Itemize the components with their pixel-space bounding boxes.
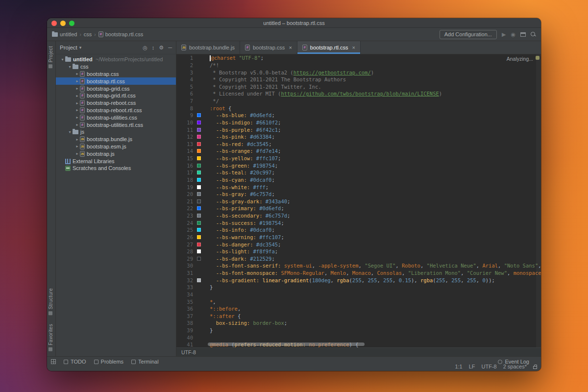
tree-item[interactable]: ▸bootstrap-grid.css — [56, 85, 176, 92]
tree-chevron-icon[interactable]: ▸ — [74, 72, 80, 76]
code-line[interactable]: 27 --bs-danger: #dc3545; — [176, 241, 541, 248]
code-line[interactable]: 38 box-sizing: border-box; — [176, 319, 541, 327]
code-line[interactable]: 9 --bs-blue: #0d6efd; — [176, 112, 541, 119]
code-line[interactable]: 14 --bs-orange: #fd7e14; — [176, 147, 541, 155]
color-swatch-icon[interactable] — [197, 171, 201, 174]
vertical-scrollbar[interactable] — [536, 54, 541, 347]
color-swatch-icon[interactable] — [197, 142, 201, 146]
tree-chevron-icon[interactable]: ▾ — [67, 130, 73, 134]
tree-chevron-icon[interactable]: ▸ — [74, 144, 80, 148]
tree-chevron-icon[interactable]: ▸ — [74, 122, 80, 127]
tree-item[interactable]: ▾css — [56, 63, 176, 71]
close-icon[interactable]: × — [352, 45, 355, 50]
color-swatch-icon[interactable] — [197, 278, 201, 282]
window-titlebar[interactable]: untitled – bootstrap.rtl.css — [47, 18, 541, 28]
code-line[interactable]: 23 --bs-secondary: #6c757d; — [176, 212, 541, 220]
tree-chevron-icon[interactable]: ▸ — [74, 108, 80, 112]
code-line[interactable]: 11 --bs-purple: #6f42c1; — [176, 126, 541, 133]
layout-icon[interactable] — [520, 32, 526, 37]
tree-item[interactable]: ▸bootstrap-grid.rtl.css — [56, 92, 176, 99]
lock-icon[interactable] — [533, 366, 537, 369]
tree-item[interactable]: ▸bootstrap.esm.js — [56, 143, 176, 150]
code-line[interactable]: 22 --bs-primary: #0d6efd; — [176, 205, 541, 212]
tree-item[interactable]: ▾untitled~/WebstormProjects/untitled — [56, 56, 176, 63]
tree-chevron-icon[interactable]: ▸ — [74, 137, 80, 142]
code-line[interactable]: 12 --bs-pink: #d63384; — [176, 133, 541, 141]
tree-chevron-icon[interactable]: ▸ — [74, 115, 80, 120]
close-icon[interactable]: × — [289, 45, 292, 50]
code-line[interactable]: 36*::before, — [176, 305, 541, 313]
code-editor[interactable]: 1@charset "UTF-8";2/*!3 * Bootstrap v5.0… — [176, 54, 541, 347]
expand-collapse-icon[interactable]: ↕ — [152, 45, 155, 51]
color-swatch-icon[interactable] — [197, 135, 201, 139]
tree-item[interactable]: ▸bootstrap.bundle.js — [56, 136, 176, 143]
code-line[interactable]: 1@charset "UTF-8"; — [176, 54, 541, 62]
editor-breadcrumb-item[interactable]: UTF-8 — [181, 349, 196, 355]
code-line[interactable]: 34 — [176, 291, 541, 298]
statusbar-item-terminal[interactable]: Terminal — [131, 359, 159, 365]
code-line[interactable]: 3 * Bootstrap v5.0.0-beta2 (https://getb… — [176, 69, 541, 76]
editor-tab[interactable]: bootstrap.css× — [240, 41, 297, 54]
color-swatch-icon[interactable] — [197, 199, 201, 203]
tree-chevron-icon[interactable]: ▸ — [74, 86, 80, 91]
color-swatch-icon[interactable] — [197, 156, 201, 160]
code-line[interactable]: 24 --bs-success: #198754; — [176, 219, 541, 226]
stripe-structure[interactable]: Structure — [48, 288, 53, 315]
locate-icon[interactable]: ◎ — [143, 45, 147, 51]
color-swatch-icon[interactable] — [197, 164, 201, 168]
tree-chevron-icon[interactable]: ▾ — [67, 65, 73, 69]
color-swatch-icon[interactable] — [197, 249, 201, 253]
tree-item[interactable]: ▸bootstrap-utilities.css — [56, 114, 176, 121]
tree-item[interactable]: Scratches and Consoles — [56, 165, 176, 172]
tree-item[interactable]: ▸bootstrap.js — [56, 150, 176, 157]
tree-item[interactable]: ▸bootstrap.rtl.css — [56, 77, 176, 85]
color-swatch-icon[interactable] — [197, 235, 201, 239]
breadcrumb-item[interactable]: css — [84, 31, 92, 37]
code-line[interactable]: 26 --bs-warning: #ffc107; — [176, 234, 541, 241]
code-line[interactable]: 7 */ — [176, 98, 541, 105]
hide-panel-icon[interactable]: ─ — [168, 45, 172, 51]
tree-chevron-icon[interactable]: ▸ — [74, 94, 80, 98]
tree-chevron-icon[interactable]: ▾ — [60, 57, 65, 62]
tree-chevron-icon[interactable]: ▸ — [74, 79, 80, 83]
code-line[interactable]: 4 * Copyright 2011-2021 The Bootstrap Au… — [176, 76, 541, 83]
statusbar-caret-position[interactable]: 1:1 — [455, 364, 462, 369]
tree-item[interactable]: ▸bootstrap-reboot.css — [56, 99, 176, 107]
add-configuration-button[interactable]: Add Configuration... — [440, 30, 497, 39]
color-swatch-icon[interactable] — [197, 206, 201, 210]
color-swatch-icon[interactable] — [197, 178, 201, 182]
color-swatch-icon[interactable] — [197, 221, 201, 225]
code-line[interactable]: 30 --bs-font-sans-serif: system-ui, -app… — [176, 262, 541, 270]
debug-icon[interactable]: ◉ — [511, 31, 515, 38]
color-swatch-icon[interactable] — [197, 228, 201, 232]
tree-chevron-icon[interactable]: ▸ — [74, 151, 80, 156]
search-icon[interactable] — [531, 32, 536, 37]
tree-item[interactable]: ▸bootstrap-reboot.rtl.css — [56, 107, 176, 114]
zoom-button[interactable] — [69, 21, 74, 26]
project-panel-title[interactable]: Project — [60, 45, 77, 50]
breadcrumb-item[interactable]: untitled — [52, 31, 77, 37]
statusbar-item-problems[interactable]: Problems — [94, 359, 123, 365]
chevron-down-icon[interactable]: ▾ — [79, 45, 82, 50]
statusbar-line-ending[interactable]: LF — [469, 364, 475, 369]
horizontal-scrollbar[interactable] — [208, 343, 365, 346]
minimize-button[interactable] — [60, 21, 66, 26]
code-line[interactable]: 16 --bs-green: #198754; — [176, 162, 541, 169]
code-line[interactable]: 17 --bs-teal: #20c997; — [176, 169, 541, 176]
code-line[interactable]: 28 --bs-light: #f8f9fa; — [176, 248, 541, 255]
code-line[interactable]: 20 --bs-gray: #6c757d; — [176, 191, 541, 198]
code-line[interactable]: 10 --bs-indigo: #6610f2; — [176, 119, 541, 126]
code-line[interactable]: 13 --bs-red: #dc3545; — [176, 141, 541, 148]
tool-windows-grid-icon[interactable] — [51, 359, 56, 364]
tree-chevron-icon[interactable]: ▸ — [74, 101, 80, 105]
code-line[interactable]: 8:root { — [176, 104, 541, 112]
code-line[interactable]: 25 --bs-info: #0dcaf0; — [176, 226, 541, 234]
statusbar-item-todo[interactable]: TODO — [64, 359, 86, 365]
color-swatch-icon[interactable] — [197, 113, 201, 117]
code-line[interactable]: 39} — [176, 327, 541, 334]
color-swatch-icon[interactable] — [197, 185, 201, 189]
statusbar-indent-setting[interactable]: 2 spaces* — [503, 364, 527, 369]
code-line[interactable]: 40 — [176, 334, 541, 341]
color-swatch-icon[interactable] — [197, 243, 201, 246]
run-icon[interactable]: ▶ — [502, 31, 506, 38]
